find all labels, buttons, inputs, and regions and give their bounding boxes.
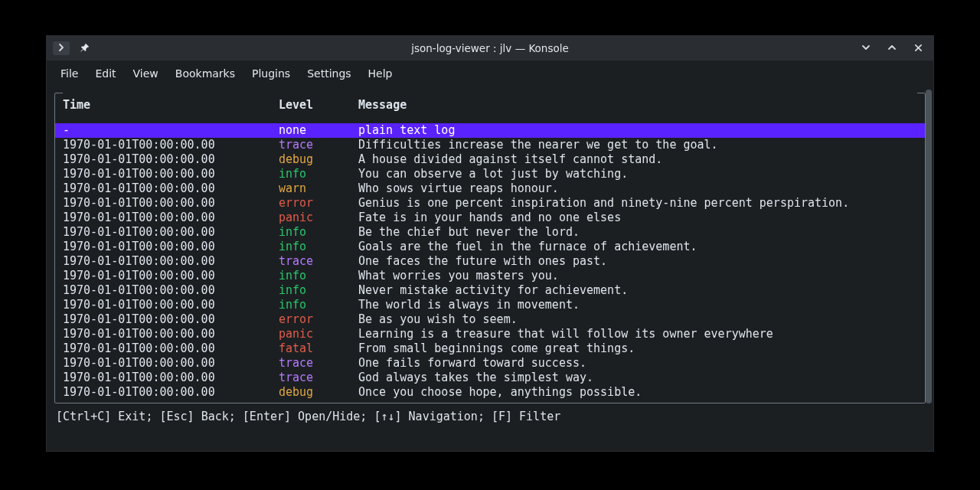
titlebar[interactable]: json-log-viewer : jlv — Konsole <box>47 36 933 60</box>
menu-item-plugins[interactable]: Plugins <box>244 64 298 83</box>
cell-time: 1970-01-01T00:00:00.00 <box>63 312 279 327</box>
menu-item-help[interactable]: Help <box>361 64 400 83</box>
cell-message: You can observe a lot just by watching. <box>358 167 917 181</box>
cell-level: info <box>279 225 358 240</box>
cell-time: 1970-01-01T00:00:00.00 <box>63 181 279 196</box>
cell-level: trace <box>279 356 358 371</box>
close-button[interactable] <box>910 41 926 56</box>
table-row[interactable]: 1970-01-01T00:00:00.00errorBe as you wis… <box>55 312 925 327</box>
pin-button[interactable] <box>77 41 93 56</box>
cell-level: fatal <box>279 341 358 356</box>
pin-icon <box>80 43 90 54</box>
table-row[interactable]: 1970-01-01T00:00:00.00traceDifficulties … <box>55 138 925 152</box>
table-row[interactable]: 1970-01-01T00:00:00.00infoNever mistake … <box>55 283 925 298</box>
menu-item-file[interactable]: File <box>53 64 86 83</box>
chevron-down-icon <box>861 43 871 54</box>
cell-level: info <box>279 269 358 283</box>
table-row[interactable]: 1970-01-01T00:00:00.00traceOne faces the… <box>55 254 925 269</box>
table-row[interactable]: 1970-01-01T00:00:00.00debugOnce you choo… <box>55 385 925 400</box>
terminal-content: Time Level Message -noneplain text log19… <box>54 93 926 443</box>
titlebar-right-controls <box>858 41 933 56</box>
cell-level: error <box>279 196 358 211</box>
menu-item-bookmarks[interactable]: Bookmarks <box>168 64 243 83</box>
cell-time: 1970-01-01T00:00:00.00 <box>63 138 279 152</box>
table-row[interactable]: 1970-01-01T00:00:00.00panicFate is in yo… <box>55 211 925 225</box>
cell-level: trace <box>279 371 358 385</box>
footer-help-text: [Ctrl+C] Exit; [Esc] Back; [Enter] Open/… <box>54 403 926 424</box>
scrollbar-thumb[interactable] <box>926 90 932 403</box>
table-row[interactable]: 1970-01-01T00:00:00.00debugA house divid… <box>55 152 925 167</box>
cell-message: Fate is in your hands and no one elses <box>358 211 917 225</box>
close-icon <box>914 43 923 54</box>
menubar: FileEditViewBookmarksPluginsSettingsHelp <box>47 60 933 87</box>
table-row[interactable]: -noneplain text log <box>55 123 925 138</box>
cell-level: info <box>279 298 358 312</box>
table-row[interactable]: 1970-01-01T00:00:00.00fatalFrom small be… <box>55 341 925 356</box>
maximize-button[interactable] <box>884 41 900 56</box>
table-row[interactable]: 1970-01-01T00:00:00.00traceOne fails for… <box>55 356 925 371</box>
cell-level: error <box>279 312 358 327</box>
table-row[interactable]: 1970-01-01T00:00:00.00errorGenius is one… <box>55 196 925 211</box>
cell-level: info <box>279 167 358 181</box>
titlebar-left-controls <box>47 41 93 56</box>
cell-time: 1970-01-01T00:00:00.00 <box>63 196 279 211</box>
cell-time: 1970-01-01T00:00:00.00 <box>63 341 279 356</box>
table-row[interactable]: 1970-01-01T00:00:00.00infoThe world is a… <box>55 298 925 312</box>
terminal-body[interactable]: Time Level Message -noneplain text log19… <box>47 87 933 451</box>
table-row[interactable]: 1970-01-01T00:00:00.00infoYou can observ… <box>55 167 925 181</box>
menu-item-settings[interactable]: Settings <box>299 64 358 83</box>
table-row[interactable]: 1970-01-01T00:00:00.00warnWho sows virtu… <box>55 181 925 196</box>
table-row[interactable]: 1970-01-01T00:00:00.00infoGoals are the … <box>55 240 925 254</box>
cell-message: Learning is a treasure that will follow … <box>358 327 917 341</box>
cell-message: Be as you wish to seem. <box>358 312 917 327</box>
cell-time: 1970-01-01T00:00:00.00 <box>63 152 279 167</box>
expand-button[interactable] <box>53 41 70 55</box>
table-row[interactable]: 1970-01-01T00:00:00.00infoWhat worries y… <box>55 269 925 283</box>
cell-time: 1970-01-01T00:00:00.00 <box>63 356 279 371</box>
cell-level: none <box>279 123 358 138</box>
cell-message: Goals are the fuel in the furnace of ach… <box>358 240 917 254</box>
cell-time: 1970-01-01T00:00:00.00 <box>63 298 279 312</box>
cell-message: A house divided against itself cannot st… <box>358 152 917 167</box>
menu-item-view[interactable]: View <box>126 64 166 83</box>
cell-time: 1970-01-01T00:00:00.00 <box>63 254 279 269</box>
cell-level: trace <box>279 138 358 152</box>
cell-message: plain text log <box>358 123 917 138</box>
cell-time: - <box>63 123 279 138</box>
menu-item-edit[interactable]: Edit <box>87 64 123 83</box>
table-row[interactable]: 1970-01-01T00:00:00.00panicLearning is a… <box>55 327 925 341</box>
cell-level: panic <box>279 211 358 225</box>
chevron-right-icon <box>57 43 66 54</box>
cell-message: What worries you masters you. <box>358 269 917 283</box>
table-header-row: Time Level Message <box>55 93 925 123</box>
app-window: json-log-viewer : jlv — Konsole FileEdit… <box>46 35 934 452</box>
cell-message: One faces the future with ones past. <box>358 254 917 269</box>
cell-message: Difficulties increase the nearer we get … <box>358 138 917 152</box>
table-row[interactable]: 1970-01-01T00:00:00.00infoBe the chief b… <box>55 225 925 240</box>
cell-time: 1970-01-01T00:00:00.00 <box>63 225 279 240</box>
col-header-message: Message <box>358 98 917 113</box>
cell-level: panic <box>279 327 358 341</box>
cell-time: 1970-01-01T00:00:00.00 <box>63 385 279 400</box>
cell-message: God always takes the simplest way. <box>358 371 917 385</box>
cell-level: debug <box>279 385 358 400</box>
cell-message: Be the chief but never the lord. <box>358 225 917 240</box>
cell-message: Genius is one percent inspiration and ni… <box>358 196 917 211</box>
cell-time: 1970-01-01T00:00:00.00 <box>63 269 279 283</box>
cell-message: From small beginnings come great things. <box>358 341 917 356</box>
col-header-time: Time <box>63 98 279 113</box>
col-header-level: Level <box>279 98 358 113</box>
window-title: json-log-viewer : jlv — Konsole <box>47 42 933 54</box>
cell-time: 1970-01-01T00:00:00.00 <box>63 371 279 385</box>
log-table: Time Level Message -noneplain text log19… <box>54 93 926 403</box>
cell-level: warn <box>279 181 358 196</box>
cell-message: Once you choose hope, anythings possible… <box>358 385 917 400</box>
cell-message: One fails forward toward success. <box>358 356 917 371</box>
cell-time: 1970-01-01T00:00:00.00 <box>63 283 279 298</box>
minimize-button[interactable] <box>858 41 874 56</box>
cell-time: 1970-01-01T00:00:00.00 <box>63 167 279 181</box>
table-row[interactable]: 1970-01-01T00:00:00.00traceGod always ta… <box>55 371 925 385</box>
cell-message: Who sows virtue reaps honour. <box>358 181 917 196</box>
scrollbar-track[interactable] <box>926 90 932 403</box>
cell-message: Never mistake activity for achievement. <box>358 283 917 298</box>
